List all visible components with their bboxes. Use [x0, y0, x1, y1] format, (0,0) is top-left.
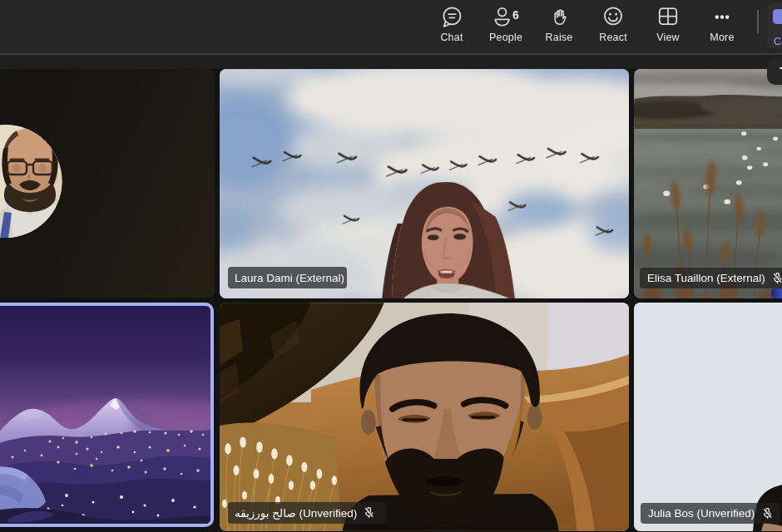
svg-text:6: 6 [512, 8, 519, 22]
svg-text:Camera: Camera [774, 36, 782, 47]
